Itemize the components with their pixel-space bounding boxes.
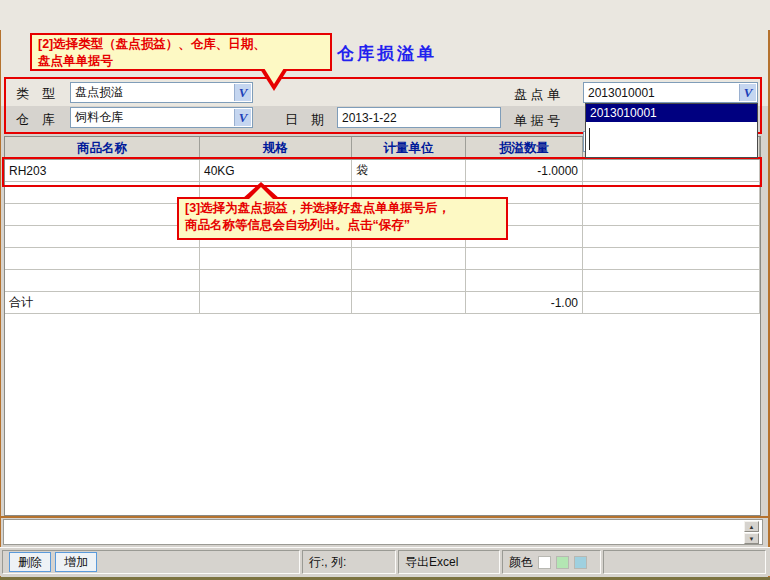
vertical-scrollbar[interactable]: ▲ ▼ <box>744 521 759 545</box>
slip-dropdown-list[interactable]: 2013010001 <box>585 103 758 158</box>
page-title: 仓库损溢单 <box>337 42 437 65</box>
status-panel-empty <box>603 550 766 574</box>
annotation-note-2-line1: [2]选择类型（盘点损益）、仓库、日期、 <box>38 36 324 53</box>
table-row-empty[interactable] <box>5 248 760 270</box>
warehouse-label: 仓 库 <box>16 111 55 129</box>
date-label: 日 期 <box>285 111 324 129</box>
slip-dropdown-item-selected[interactable]: 2013010001 <box>586 104 757 122</box>
annotation-note-3-line1: [3]选择为盘点损益，并选择好盘点单单据号后， <box>185 200 500 217</box>
scroll-down-icon[interactable]: ▼ <box>744 533 759 544</box>
row-delete-button[interactable]: 删除 <box>9 552 51 572</box>
status-panel-rowcol: 行:, 列: <box>302 550 396 574</box>
docno-label: 单 据 号 <box>514 112 560 130</box>
status-panel-export: 导出Excel <box>398 550 500 574</box>
app-window: |◀ ◀ ▶ ▶| 查找 ✖ 删除 ✚ 增加 ✎ 修改 保存 ↶ 撤消 <box>0 0 770 580</box>
total-label: 合计 <box>5 292 200 314</box>
status-bar: 删除 增加 行:, 列: 导出Excel 颜色 <box>0 547 770 576</box>
status-panel-color: 颜色 <box>502 550 601 574</box>
frame-left-border <box>0 30 1 577</box>
items-grid: 商品名称 规格 计量单位 损溢数量 RH203 40KG 袋 -1.0000 合… <box>4 136 761 516</box>
type-combobox[interactable]: 盘点损溢 V <box>70 82 253 103</box>
row-highlight-border <box>2 157 762 187</box>
type-label: 类 型 <box>16 85 55 103</box>
slip-label: 盘 点 单 <box>514 86 560 104</box>
annotation-note-2: [2]选择类型（盘点损益）、仓库、日期、 盘点单单据号 <box>30 33 332 71</box>
annotation-note-3: [3]选择为盘点损益，并选择好盘点单单据号后， 商品名称等信息会自动列出。点击“… <box>177 197 508 240</box>
export-excel-link[interactable]: 导出Excel <box>405 554 458 571</box>
annotation-note-2-pointer-fill <box>264 68 284 84</box>
grid-total-row: 合计 -1.00 <box>5 292 760 314</box>
slip-combobox-value: 2013010001 <box>588 86 655 100</box>
warehouse-combobox-value: 饲料仓库 <box>75 109 123 126</box>
color-swatch-green[interactable] <box>556 556 569 569</box>
annotation-note-3-pointer-fill <box>248 187 274 200</box>
warehouse-combobox[interactable]: 饲料仓库 V <box>70 107 253 128</box>
chevron-down-icon[interactable]: V <box>739 84 756 101</box>
text-caret <box>589 128 590 150</box>
slip-combobox[interactable]: 2013010001 V <box>583 82 758 103</box>
annotation-note-3-line2: 商品名称等信息会自动列出。点击“保存” <box>185 217 500 234</box>
footer-strip: ▲ ▼ <box>3 519 763 545</box>
color-swatch-blue[interactable] <box>574 556 587 569</box>
table-row-empty[interactable] <box>5 270 760 292</box>
row-add-button[interactable]: 增加 <box>55 552 97 572</box>
date-input[interactable]: 2013-1-22 <box>337 107 501 128</box>
scroll-up-icon[interactable]: ▲ <box>744 521 759 532</box>
total-value: -1.00 <box>466 292 583 314</box>
chevron-down-icon[interactable]: V <box>234 109 251 126</box>
color-label: 颜色 <box>509 554 533 571</box>
type-combobox-value: 盘点损溢 <box>75 84 123 101</box>
rowcol-label: 行:, 列: <box>309 554 346 571</box>
status-panel-buttons: 删除 增加 <box>2 550 300 574</box>
frame-divider <box>0 516 770 518</box>
color-swatch-white[interactable] <box>538 556 551 569</box>
chevron-down-icon[interactable]: V <box>234 84 251 101</box>
date-input-value: 2013-1-22 <box>342 111 397 125</box>
